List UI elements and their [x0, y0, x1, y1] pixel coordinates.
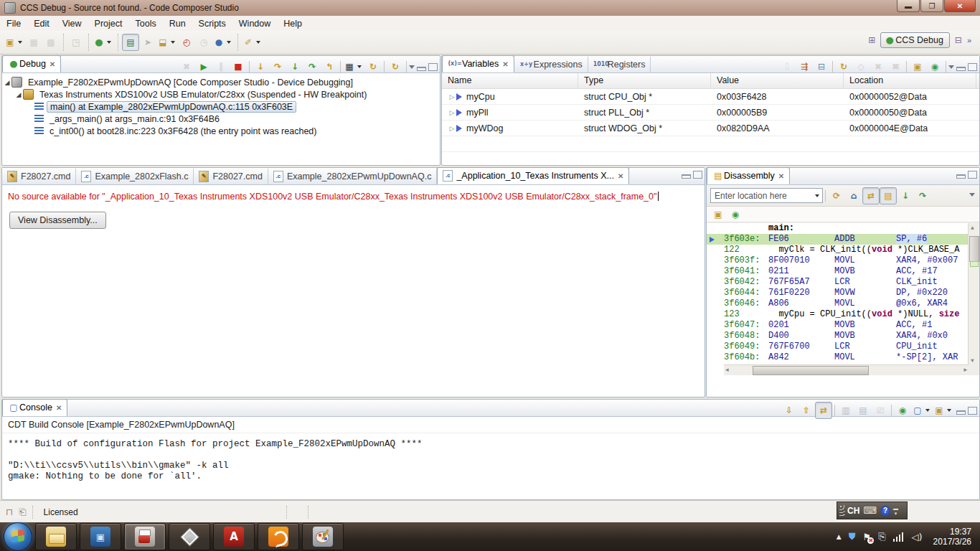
column-header-type[interactable]: Type	[578, 73, 711, 88]
taskbar-app-adobe-reader[interactable]: A	[213, 523, 255, 550]
disassembly-line[interactable]: 3f6047:0201MOVBACC, #1	[707, 320, 979, 331]
tab-debug[interactable]: Debug ✕	[2, 55, 61, 72]
chevron-down-icon[interactable]	[357, 65, 362, 68]
step-filter-icon[interactable]	[139, 34, 156, 51]
scroll-lock-down-icon[interactable]	[781, 402, 798, 419]
disassembly-line[interactable]: 3f6041:0211MOVBACC, #17	[707, 266, 979, 277]
minimize-panel-icon[interactable]	[417, 67, 426, 71]
start-button[interactable]	[4, 522, 32, 551]
minimize-panel-icon[interactable]	[956, 174, 966, 179]
tab-registers[interactable]: 1010Registers	[588, 57, 651, 72]
debug-tree-item[interactable]: c_int00() at boot28.inc:223 0x3F6428 (th…	[4, 125, 440, 137]
disassembly-listing[interactable]: main:3f603e:FE06ADDBSP, #6122 myClk = CL…	[707, 222, 979, 375]
editor-tab[interactable]: .cExample_2802xEPwmUpDownAQ.c	[268, 169, 437, 184]
taskbar-app-code-composer-studio[interactable]	[124, 523, 166, 550]
view-menu-icon[interactable]	[948, 65, 954, 69]
debug-tree-item[interactable]: main() at Example_2802xEPwmUpDownAQ.c:11…	[4, 100, 440, 113]
keyboard-icon[interactable]: ⌨	[863, 505, 877, 516]
expander-icon[interactable]: ▷	[448, 125, 456, 132]
menu-project[interactable]: Project	[88, 17, 129, 30]
suspend-icon[interactable]	[212, 58, 230, 75]
new-view-icon[interactable]	[909, 58, 926, 75]
expander-icon[interactable]: ▷	[448, 109, 456, 116]
help-icon[interactable]: ?	[880, 506, 890, 516]
pin-icon[interactable]	[727, 206, 744, 223]
profile-clock-icon[interactable]	[178, 34, 195, 51]
disassembly-line[interactable]: 3f6046:A806MOVL@0x6, XAR4	[707, 298, 979, 309]
chevron-down-icon[interactable]	[925, 409, 930, 412]
menu-run[interactable]: Run	[163, 17, 192, 30]
table-row[interactable]: ▷myWDogstruct WDOG_Obj *0x0820D9AA0x0000…	[442, 121, 979, 136]
tab-console[interactable]: Console ✕	[2, 399, 67, 416]
step-into2-icon[interactable]	[286, 58, 303, 75]
delete-icon[interactable]	[870, 58, 887, 75]
maximize-panel-icon[interactable]	[968, 63, 977, 71]
delete-all-icon[interactable]	[887, 58, 904, 75]
disassembly-line[interactable]: 3f6042:767F65A7LCRCLK_init	[707, 277, 979, 288]
expander-icon[interactable]: ▷	[448, 93, 456, 100]
new-wizard-icon[interactable]	[4, 34, 25, 51]
vertical-scrollbar[interactable]: ▲ ▼	[968, 223, 979, 375]
disassembly-line[interactable]: 122 myClk = CLK_init((void *)CLK_BASE_A	[707, 245, 979, 255]
editor-tab[interactable]: ✎F28027.cmd	[194, 169, 268, 184]
console-monitor-icon[interactable]	[837, 402, 854, 419]
taskbar-app-paint[interactable]	[302, 523, 344, 550]
chip-icon[interactable]	[343, 58, 364, 75]
target-sphere-icon[interactable]	[212, 34, 234, 51]
column-header-location[interactable]: Location	[844, 73, 976, 88]
menu-file[interactable]: File	[0, 17, 27, 30]
table-row[interactable]: ▷myPllstruct PLL_Obj *0x000005B90x000000…	[442, 105, 979, 121]
step-over-icon[interactable]	[269, 58, 286, 75]
taskbar-app-media-app[interactable]: ▣	[80, 523, 121, 550]
horizontal-scrollbar[interactable]: ◄ ►	[724, 364, 969, 375]
home-icon[interactable]	[845, 187, 862, 204]
editor-tab[interactable]: .cExample_2802xFlash.c	[76, 169, 194, 184]
chevron-down-icon[interactable]	[171, 41, 175, 44]
menu-scripts[interactable]: Scripts	[192, 17, 232, 30]
chevron-down-icon[interactable]	[256, 41, 260, 44]
input-language-label[interactable]: CH	[847, 506, 859, 516]
volume-icon[interactable]: ◁)	[912, 532, 923, 542]
step-g2-icon[interactable]	[914, 187, 931, 204]
refresh-icon[interactable]	[835, 58, 852, 75]
column-header-value[interactable]: Value	[711, 73, 844, 88]
resume-icon[interactable]	[195, 58, 212, 75]
perspective-ccs-debug-button[interactable]: CCS Debug	[880, 32, 950, 48]
view-disassembly-button[interactable]: View Disassembly...	[9, 212, 106, 229]
console-lock-icon[interactable]	[854, 402, 872, 419]
lock-gray-icon[interactable]	[852, 58, 870, 75]
menu-tools[interactable]: Tools	[128, 17, 162, 30]
maximize-panel-icon[interactable]	[693, 171, 702, 179]
step-g1-icon[interactable]	[897, 187, 914, 204]
clear-console-icon[interactable]	[872, 402, 889, 419]
power-plug-icon[interactable]: ⎘	[878, 531, 885, 542]
disassembly-line[interactable]: main:	[707, 223, 979, 234]
console-output[interactable]: **** Build of configuration Flash for pr…	[2, 433, 979, 488]
chevron-down-icon[interactable]	[815, 194, 819, 197]
taskbar-clock[interactable]: 19:37 2017/3/26	[933, 527, 971, 547]
action-center-flag-icon[interactable]: ⚑	[862, 532, 871, 542]
column-header-name[interactable]: Name	[442, 73, 578, 88]
pin-icon[interactable]	[926, 58, 943, 75]
close-icon[interactable]: ✕	[502, 60, 508, 68]
link-active-icon[interactable]	[862, 187, 880, 204]
menu-help[interactable]: Help	[277, 17, 308, 30]
show-source-icon[interactable]	[880, 187, 897, 204]
step-into-icon[interactable]	[252, 58, 269, 75]
disassembly-line[interactable]: 3f604b:A842MOVL*-SP[2], XAR	[707, 352, 979, 363]
disassembly-line[interactable]: 123 myCpu = CPU_init((void *)NULL, size	[707, 309, 979, 320]
debug-tree-item[interactable]: ◢Texas Instruments XDS100v2 USB Emulator…	[4, 88, 440, 100]
clock-gray-icon[interactable]	[195, 34, 212, 51]
disassembly-line[interactable]: 3f6044:761F0220MOVWDP, #0x220	[707, 288, 979, 298]
taskbar-app-uc-browser[interactable]	[258, 523, 299, 550]
flash-icon[interactable]	[122, 34, 139, 51]
twisty-icon[interactable]: ◢	[15, 91, 22, 98]
pin-icon[interactable]	[894, 402, 911, 419]
chevron-down-icon[interactable]	[947, 409, 951, 412]
editor-tab[interactable]: ✎F28027.cmd	[2, 169, 76, 184]
debug-bug-icon[interactable]	[93, 34, 114, 51]
toolbar-overflow-chevron[interactable]: »	[967, 36, 970, 44]
disassembly-line[interactable]: 3f6049:767F6700LCRCPU_init	[707, 342, 979, 352]
minimize-panel-icon[interactable]	[682, 174, 691, 179]
terminate-icon[interactable]	[230, 58, 247, 75]
